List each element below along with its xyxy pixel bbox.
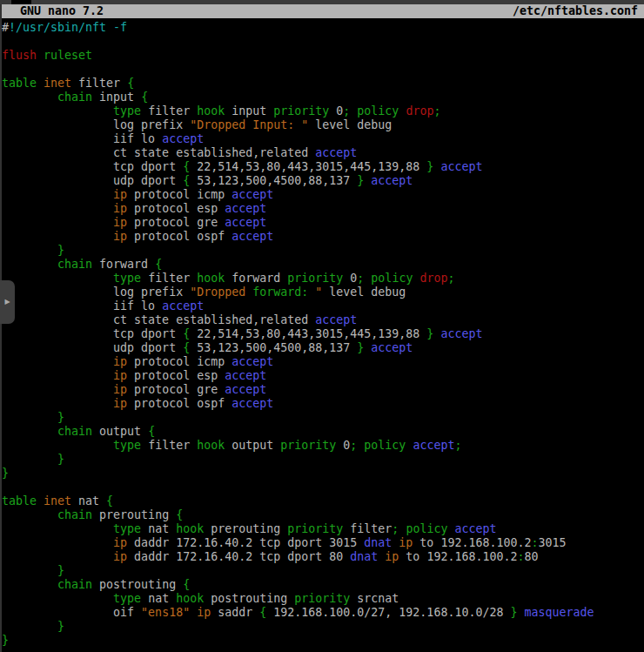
code-token: level debug (322, 286, 406, 299)
code-line: table inet nat { (2, 494, 644, 508)
code-token: chain (57, 258, 92, 271)
code-token: iif lo (2, 132, 162, 145)
code-token: postrouting (92, 578, 183, 591)
file-path-label: /etc/nftables.conf (513, 4, 638, 18)
code-line: } (2, 244, 644, 258)
code-token: ip (113, 230, 127, 243)
code-line (2, 63, 644, 77)
code-line: iif lo accept (2, 299, 644, 313)
code-token: forward (92, 258, 155, 271)
code-token: { (176, 508, 183, 521)
code-line: ct state established,related accept (2, 146, 644, 160)
novnc-control-bar-handle[interactable]: ▶ (0, 280, 15, 324)
code-token: 3015 (538, 536, 566, 549)
code-token: priority (280, 439, 336, 452)
code-line: ip protocol icmp accept (2, 188, 644, 202)
code-token: nat (141, 522, 176, 535)
code-token (2, 453, 57, 466)
code-token: hook (176, 592, 204, 605)
code-token: 0 (343, 272, 357, 285)
code-token: hook (197, 439, 225, 452)
code-token: inet (44, 494, 71, 507)
code-token (2, 564, 57, 577)
code-token: flush (2, 49, 37, 62)
code-token: filter (343, 522, 392, 535)
code-token: accept (162, 299, 204, 313)
code-token: accept (315, 313, 357, 326)
code-token (2, 536, 113, 549)
code-line: ip daddr 172.16.40.2 tcp dport 80 dnat i… (2, 550, 644, 564)
code-token: input (92, 91, 141, 104)
code-line: type nat hook postrouting priority srcna… (2, 592, 644, 606)
code-token: ip (113, 202, 127, 215)
code-token: srcnat (350, 592, 399, 605)
code-token: log prefix (2, 118, 190, 131)
code-token: type (113, 522, 141, 535)
code-token: 192.168.100.0/27, 192.168.10.0/28 (266, 606, 510, 619)
code-token (2, 104, 113, 118)
code-token: } (57, 564, 64, 577)
code-token: drop (419, 272, 447, 285)
code-token: prerouting (92, 508, 176, 521)
code-token: ip (113, 397, 127, 410)
code-token (2, 355, 113, 368)
code-token: chain (57, 91, 92, 104)
code-token: { (183, 341, 190, 354)
vm-console-screen: GNU nano 7.2 /etc/nftables.conf #!/usr/s… (0, 0, 644, 652)
code-token: prerouting (204, 522, 287, 535)
code-line: log prefix "Dropped forward: " level deb… (2, 286, 644, 299)
code-line: tcp dport { 22,514,53,80,443,3015,445,13… (2, 160, 644, 174)
code-token: ruleset (44, 49, 92, 62)
code-token: protocol icmp (127, 188, 231, 201)
code-token: { (183, 160, 190, 173)
code-token: chain (57, 578, 92, 591)
code-token (37, 49, 44, 62)
code-token: to 192.168.100.2 (399, 550, 517, 563)
code-token: ip (113, 188, 127, 201)
code-token: filter (71, 77, 127, 90)
code-token (2, 522, 113, 535)
code-token: } (57, 453, 64, 466)
code-token: type (113, 104, 141, 118)
code-token (2, 369, 113, 382)
code-token (2, 216, 113, 229)
code-token: tcp dport (2, 327, 183, 340)
code-token: protocol icmp (127, 355, 231, 368)
code-token: hook (176, 522, 204, 535)
code-token (2, 258, 57, 271)
code-line: ip protocol esp accept (2, 202, 644, 216)
code-token: } (2, 467, 9, 480)
code-token: accept (371, 341, 413, 354)
code-token: filter (141, 439, 197, 452)
code-token: 0 (336, 439, 350, 452)
code-token: oif (2, 606, 141, 619)
code-token: type (113, 272, 141, 285)
code-line: chain postrouting { (2, 578, 644, 592)
code-line: } (2, 411, 644, 425)
code-token: "Dropped (190, 286, 252, 299)
code-line: ip daddr 172.16.40.2 tcp dport 3015 dnat… (2, 536, 644, 550)
editor-content[interactable]: #!/usr/sbin/nft -fflush rulesettable ine… (0, 18, 644, 648)
code-token (2, 620, 57, 633)
code-token: protocol ospf (127, 397, 231, 410)
code-token: 0 (329, 104, 343, 118)
code-token: { (155, 258, 162, 271)
code-token (2, 91, 57, 104)
code-token: ; (447, 272, 454, 285)
code-token: iif lo (2, 299, 162, 313)
expand-arrow-icon: ▶ (4, 299, 10, 306)
code-token: saddr (211, 606, 259, 619)
code-token: policy (357, 104, 399, 118)
code-line: flush ruleset (2, 49, 644, 63)
code-line: tcp dport { 22,514,53,80,443,3015,445,13… (2, 327, 644, 341)
code-token: ip (113, 550, 127, 563)
code-token: ; (454, 439, 461, 452)
code-token (2, 397, 113, 410)
code-token (2, 550, 113, 563)
code-line: } (2, 467, 644, 481)
code-token: protocol gre (127, 216, 225, 229)
code-token: " (308, 286, 322, 299)
code-token: ip (113, 216, 127, 229)
code-token: udp dport (2, 174, 183, 187)
code-token: output (225, 439, 280, 452)
